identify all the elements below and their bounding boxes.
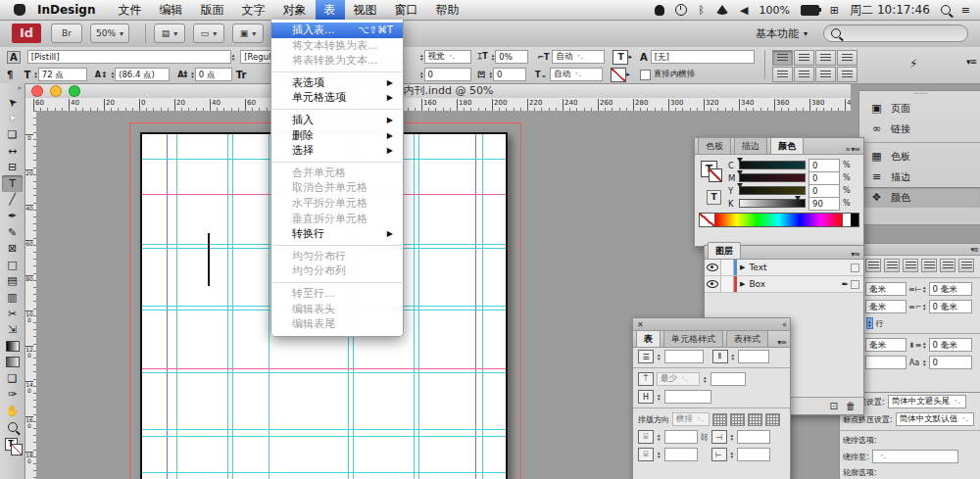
row-height-stepper[interactable] — [704, 375, 707, 383]
channel-value-field[interactable]: 0 — [808, 159, 840, 172]
tab-swatches[interactable]: 色板 — [698, 137, 731, 154]
spotlight-icon[interactable] — [941, 5, 951, 15]
pen-tool[interactable]: ✒ — [2, 208, 23, 224]
content-collector-tool[interactable]: ⊟ — [2, 159, 23, 175]
layer-name[interactable]: Box — [745, 279, 765, 289]
tab-stroke[interactable]: 描边 — [734, 137, 767, 154]
guide-horizontal[interactable] — [142, 368, 506, 369]
inset-bottom-field[interactable] — [664, 448, 698, 461]
dock-item-pages[interactable]: ▣页面 — [859, 98, 980, 119]
channel-value-field[interactable]: 0 — [808, 171, 840, 185]
gradient-feather-tool[interactable] — [2, 355, 23, 371]
space-stepper[interactable] — [866, 317, 873, 329]
column-width-stepper[interactable] — [658, 393, 661, 401]
table-menu-item-7[interactable]: 插入▶ — [271, 113, 403, 128]
fill-stroke-proxy[interactable]: T — [5, 438, 21, 454]
table-menu-item-4[interactable]: 表选项▶ — [271, 75, 403, 91]
channel-value-field[interactable]: 0 — [808, 184, 840, 198]
character-style-field[interactable]: [无] — [651, 50, 755, 64]
white-swatch[interactable] — [842, 214, 851, 226]
delete-layer-icon[interactable]: 🗑 — [846, 401, 856, 411]
table-menu-item-9[interactable]: 选择▶ — [271, 143, 403, 159]
guide-horizontal[interactable] — [142, 472, 506, 473]
paragraph-align-button[interactable] — [772, 50, 793, 66]
wifi-icon[interactable] — [715, 5, 729, 15]
inset-bottom-stepper[interactable] — [658, 451, 661, 458]
layer-visibility-toggle[interactable] — [705, 260, 721, 275]
inset-right-stepper[interactable] — [731, 451, 734, 458]
dropcap-field[interactable] — [865, 356, 906, 369]
right-indent-stepper[interactable] — [923, 285, 926, 293]
inset-left-stepper[interactable] — [731, 433, 734, 441]
gyoudori-field[interactable]: 0 — [493, 68, 526, 81]
inset-top-field[interactable] — [664, 430, 698, 444]
paragraph-align-button[interactable] — [884, 259, 900, 272]
layer-expand-arrow[interactable]: ▶ — [737, 280, 745, 288]
color-proxy[interactable]: T T — [699, 159, 724, 210]
scale-stepper[interactable] — [492, 53, 495, 61]
menubar-item-2[interactable]: 版面 — [192, 0, 233, 20]
guide-vertical[interactable] — [269, 134, 270, 479]
columns-field[interactable] — [738, 350, 769, 363]
qq-icon[interactable] — [655, 5, 664, 16]
layer-expand-arrow[interactable]: ▶ — [737, 263, 745, 271]
character-formatting-icon[interactable]: A — [7, 51, 21, 64]
font-size-field[interactable]: 72 点 — [38, 68, 87, 81]
tracking-stepper[interactable] — [420, 71, 423, 78]
layer-row-box[interactable]: ▶Box✒ — [705, 276, 863, 293]
vertical-grid-tool[interactable]: ▥ — [2, 289, 23, 306]
guide-horizontal[interactable] — [142, 436, 506, 437]
paragraph-formatting-icon[interactable]: ¶ — [7, 70, 13, 80]
none-swatch[interactable] — [700, 214, 715, 226]
dock-item-stroke[interactable]: ≡描边 — [859, 167, 980, 187]
layers-panel-menu-icon[interactable]: ▾≡ — [847, 250, 863, 259]
rows-stepper[interactable] — [658, 353, 661, 360]
layer-name[interactable]: Text — [745, 263, 766, 272]
app-name[interactable]: InDesign — [37, 3, 96, 17]
input-method-icon[interactable]: ⊞ — [830, 4, 839, 17]
new-layer-icon[interactable]: ⊡ — [830, 401, 838, 411]
guide-vertical[interactable] — [414, 134, 415, 479]
layer-lock-cell[interactable] — [721, 276, 734, 292]
slider-track-K[interactable] — [739, 199, 806, 208]
wrap-to-dropdown[interactable] — [872, 450, 958, 463]
channel-value-field[interactable]: 90 — [808, 197, 840, 211]
tab-color[interactable]: 颜色 — [770, 137, 804, 154]
menubar-item-1[interactable]: 编辑 — [151, 0, 192, 20]
slider-knob[interactable] — [737, 170, 743, 175]
document-title-bar[interactable]: 公司内刊.indd @ 50% — [24, 83, 851, 99]
paragraph-align-button[interactable] — [865, 259, 881, 272]
scissors-tool[interactable]: ✂ — [2, 306, 23, 322]
arrange-documents-button[interactable]: ▣ — [232, 24, 264, 43]
jidori2-dropdown[interactable]: 自动 — [550, 68, 603, 81]
last-line-stepper[interactable] — [923, 303, 926, 311]
space-before-unit-field[interactable]: 毫米 — [865, 338, 906, 352]
guide-vertical[interactable] — [167, 134, 168, 479]
gap-tool[interactable]: ↔ — [2, 143, 23, 160]
paragraph-align-button[interactable] — [837, 67, 858, 82]
slider-track-Y[interactable] — [739, 186, 806, 195]
tab-table[interactable]: 表 — [636, 330, 661, 347]
kinsoku-dropdown[interactable]: 简体中文避头尾 — [888, 395, 966, 408]
menubar-clock[interactable]: 周二 10:17:46 — [850, 2, 930, 19]
fill-arrow[interactable]: ▸ — [628, 53, 632, 61]
paragraph-align-button[interactable] — [794, 67, 814, 82]
layer-visibility-toggle[interactable] — [705, 276, 721, 292]
vertical-scale-field[interactable]: 0% — [495, 50, 528, 64]
paragraph-align-button[interactable] — [921, 259, 937, 272]
gyoudori-stepper[interactable] — [490, 71, 493, 78]
free-transform-tool[interactable]: ⇲ — [2, 321, 23, 338]
paragraph-align-button[interactable] — [815, 50, 836, 66]
guide-vertical[interactable] — [227, 134, 228, 479]
tab-cell-styles[interactable]: 单元格样式 — [663, 330, 723, 347]
baseline-shift-field[interactable]: 0 点 — [195, 68, 232, 81]
align-top-icon[interactable] — [712, 413, 727, 426]
line-tool[interactable]: ╱ — [2, 192, 23, 209]
quick-apply-icon[interactable]: ⚡ — [909, 57, 917, 71]
workspace-switcher[interactable]: 基本功能 — [756, 26, 808, 41]
first-line-unit-field[interactable]: 毫米 — [865, 300, 906, 313]
guide-vertical[interactable] — [418, 134, 419, 479]
trajan-button[interactable]: Tr — [236, 70, 247, 80]
layer-row-text[interactable]: ▶Text — [705, 260, 863, 276]
menubar-item-6[interactable]: 视图 — [345, 0, 386, 20]
